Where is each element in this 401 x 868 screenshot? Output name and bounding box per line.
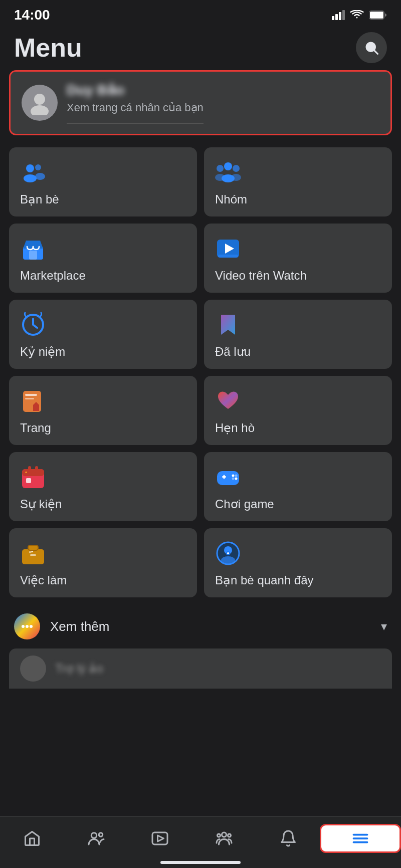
svg-rect-24: [218, 255, 238, 258]
menu-item-pages[interactable]: Trang: [9, 376, 197, 445]
menu-item-watch[interactable]: Video trên Watch: [204, 224, 392, 293]
saved-icon: [215, 312, 241, 338]
watch-nav-icon: [151, 829, 169, 847]
wifi-icon: [350, 10, 364, 20]
groups-icon: [215, 159, 241, 185]
menu-item-saved[interactable]: Đã lưu: [204, 300, 392, 369]
svg-point-50: [22, 625, 25, 628]
svg-point-15: [224, 162, 232, 170]
svg-rect-3: [342, 10, 345, 20]
svg-point-11: [24, 174, 37, 182]
profile-card[interactable]: Duy Bảo Xem trang cá nhân của bạn: [9, 70, 392, 135]
svg-rect-36: [224, 475, 225, 479]
partial-row-icon: [20, 656, 46, 682]
menu-item-nearby[interactable]: Bạn bè quanh đây: [204, 528, 392, 597]
chevron-down-icon: ▾: [381, 619, 387, 633]
search-button[interactable]: [356, 32, 387, 63]
menu-item-label: Trang: [20, 421, 186, 435]
svg-rect-0: [332, 16, 334, 20]
svg-rect-41: [22, 549, 44, 564]
page-header: Menu: [0, 27, 401, 70]
svg-rect-27: [25, 394, 37, 396]
svg-point-39: [232, 478, 235, 480]
nav-item-home[interactable]: [0, 826, 64, 850]
menu-item-friends[interactable]: Bạn bè: [9, 147, 197, 216]
svg-rect-5: [370, 12, 383, 19]
svg-point-37: [232, 475, 235, 477]
svg-rect-43: [30, 554, 36, 556]
svg-rect-2: [339, 12, 341, 20]
svg-rect-44: [29, 551, 31, 553]
notifications-icon: [279, 829, 297, 847]
page-title: Menu: [14, 33, 82, 63]
home-icon: [23, 829, 41, 847]
see-more-row[interactable]: Xem thêm ▾: [0, 604, 401, 648]
menu-item-memories[interactable]: Kỷ niệm: [9, 300, 197, 369]
gaming-icon: [215, 464, 241, 490]
status-time: 14:00: [14, 7, 50, 23]
svg-point-51: [26, 625, 29, 628]
partial-row-text: Trợ lý ảo: [55, 662, 103, 676]
menu-item-label: Marketplace: [20, 269, 186, 283]
menu-item-label: Đã lưu: [215, 345, 381, 359]
menu-item-label: Sự kiện: [20, 497, 186, 511]
partial-visible-row: Trợ lý ảo: [9, 648, 392, 689]
see-more-icon: [14, 613, 40, 639]
signal-icon: [332, 10, 345, 20]
friends-nav-icon: [87, 829, 105, 847]
menu-item-label: Kỷ niệm: [20, 345, 186, 359]
menu-item-groups[interactable]: Nhóm: [204, 147, 392, 216]
menu-item-marketplace[interactable]: Marketplace: [9, 224, 197, 293]
pages-icon: [20, 388, 46, 414]
svg-rect-1: [335, 14, 338, 20]
avatar-icon: [27, 90, 52, 115]
status-icons: [332, 10, 387, 20]
menu-item-label: Bạn bè: [20, 192, 186, 206]
profile-subtitle: Xem trang cá nhân của bạn: [67, 101, 204, 114]
nav-item-notifications[interactable]: [256, 826, 320, 850]
profile-info: Duy Bảo Xem trang cá nhân của bạn: [67, 82, 204, 124]
svg-point-8: [34, 94, 45, 105]
menu-item-label: Việc làm: [20, 573, 186, 587]
menu-item-jobs[interactable]: Việc làm: [9, 528, 197, 597]
nav-item-watch[interactable]: [128, 826, 192, 850]
home-indicator: [160, 861, 241, 864]
nearby-icon: [215, 540, 241, 566]
svg-point-54: [99, 833, 103, 837]
nav-item-groups[interactable]: [192, 826, 256, 850]
svg-point-49: [227, 552, 229, 554]
svg-point-38: [235, 478, 238, 480]
status-bar: 14:00: [0, 0, 401, 27]
svg-rect-21: [29, 251, 37, 260]
svg-rect-33: [26, 478, 31, 483]
menu-item-gaming[interactable]: Chơi game: [204, 452, 392, 521]
svg-line-7: [374, 51, 378, 54]
menu-item-dating[interactable]: Hẹn hò: [204, 376, 392, 445]
svg-point-10: [26, 164, 34, 172]
svg-point-47: [221, 556, 235, 564]
profile-name: Duy Bảo: [67, 82, 204, 98]
watch-icon: [215, 236, 241, 262]
avatar: [22, 85, 58, 121]
menu-item-label: Video trên Watch: [215, 269, 381, 283]
menu-item-events[interactable]: Sự kiện: [9, 452, 197, 521]
svg-point-58: [217, 834, 220, 837]
menu-item-label: Chơi game: [215, 497, 381, 511]
search-icon: [364, 40, 379, 55]
bottom-nav: [0, 816, 401, 868]
menu-item-label: Bạn bè quanh đây: [215, 573, 381, 587]
nav-item-menu[interactable]: [320, 824, 401, 853]
menu-item-label: Hẹn hò: [215, 421, 381, 435]
see-more-label: Xem thêm: [50, 619, 371, 634]
svg-point-59: [228, 834, 231, 837]
memories-icon: [20, 312, 46, 338]
jobs-icon: [20, 540, 46, 566]
svg-marker-56: [158, 835, 164, 841]
svg-point-52: [30, 625, 33, 628]
svg-point-40: [235, 475, 238, 477]
nav-item-friends[interactable]: [64, 826, 128, 850]
svg-point-19: [231, 174, 241, 181]
svg-rect-42: [28, 545, 38, 550]
menu-item-label: Nhóm: [215, 192, 381, 206]
svg-point-53: [91, 833, 97, 838]
